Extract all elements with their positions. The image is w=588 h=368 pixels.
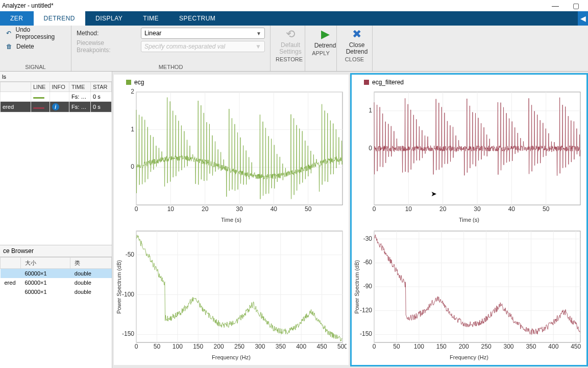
cursor-icon: ➤ xyxy=(431,190,437,198)
method-select[interactable]: Linear ▼ xyxy=(141,28,265,39)
svg-text:-100: -100 xyxy=(122,291,134,298)
svg-text:100: 100 xyxy=(173,343,183,350)
table-row[interactable]: 60000×1double xyxy=(1,269,112,279)
group-signal-label: SIGNAL xyxy=(5,63,66,70)
restore-icon: ⟲ xyxy=(286,28,295,41)
line-preview-icon xyxy=(33,107,44,109)
svg-text:0: 0 xyxy=(135,343,138,350)
svg-text:450: 450 xyxy=(317,343,327,350)
workspace-table[interactable]: 大小 类 60000×1double ered60000×1double 600… xyxy=(0,257,112,296)
svg-text:20: 20 xyxy=(202,205,209,213)
window-title: Analyzer - untitled* xyxy=(2,2,545,9)
legend-label: ecg xyxy=(134,79,144,86)
titlebar: Analyzer - untitled* — ▢ xyxy=(0,0,588,11)
close-detrend-label: Close Detrend xyxy=(342,42,372,55)
chevron-down-icon: ▼ xyxy=(255,43,261,50)
svg-text:0: 0 xyxy=(373,205,376,213)
group-apply-label: APPLY xyxy=(310,49,331,56)
tab-analyzer[interactable]: ZER xyxy=(0,11,34,26)
ribbon-toolbar: ↶ Undo Preprocessing 🗑 Delete SIGNAL Met… xyxy=(0,26,588,72)
svg-text:150: 150 xyxy=(193,343,203,350)
play-icon: ▶ xyxy=(321,28,330,41)
svg-text:30: 30 xyxy=(474,205,481,213)
svg-text:450: 450 xyxy=(571,343,581,350)
svg-text:300: 300 xyxy=(503,343,513,350)
svg-text:400: 400 xyxy=(548,343,558,350)
undo-preprocessing-button[interactable]: ↶ Undo Preprocessing xyxy=(5,28,66,39)
ecg-time-plot[interactable]: 01020304050012Time (s) xyxy=(116,89,347,224)
col-info: INFO xyxy=(50,82,69,92)
trash-icon: 🗑 xyxy=(5,43,13,50)
svg-text:50: 50 xyxy=(543,205,550,213)
svg-text:-50: -50 xyxy=(126,251,135,258)
y-axis-label: Power Spectrum (dB) xyxy=(116,228,123,346)
x-axis-label: Frequency (Hz) xyxy=(116,354,347,360)
maximize-button[interactable]: ▢ xyxy=(566,2,586,10)
group-restore-label: RESTORE xyxy=(276,55,300,62)
workspace-browser-title: ce Browser xyxy=(0,245,112,257)
undo-label: Undo Preprocessing xyxy=(16,26,66,40)
svg-text:150: 150 xyxy=(436,343,447,350)
delete-button[interactable]: 🗑 Delete xyxy=(5,41,66,52)
svg-text:250: 250 xyxy=(234,343,244,350)
delete-label: Delete xyxy=(16,43,34,50)
legend-swatch-icon xyxy=(126,80,131,85)
tab-display[interactable]: DISPLAY xyxy=(85,11,133,26)
table-row[interactable]: Fs: … 0 s xyxy=(1,92,112,102)
x-axis-label: Time (s) xyxy=(116,217,347,223)
method-label: Method: xyxy=(77,30,138,37)
ribbon-collapse-arrow-icon[interactable]: ◀ xyxy=(578,11,588,26)
ecg-spectrum-plot[interactable]: 050100150200250300350400450500-50-100-15… xyxy=(116,228,347,361)
svg-text:1: 1 xyxy=(131,126,134,133)
table-row[interactable]: 60000×1double xyxy=(1,287,112,296)
svg-text:350: 350 xyxy=(276,343,286,350)
svg-text:10: 10 xyxy=(405,205,412,213)
svg-text:0: 0 xyxy=(131,163,134,170)
legend: ecg xyxy=(116,78,347,87)
svg-text:200: 200 xyxy=(214,343,224,350)
group-method-label: METHOD xyxy=(77,63,265,70)
svg-text:300: 300 xyxy=(255,343,265,350)
signals-table[interactable]: LINE INFO TIME STAR Fs: … 0 s ered i Fs:… xyxy=(0,82,112,112)
svg-text:-90: -90 xyxy=(363,283,373,290)
breakpoints-placeholder: Specify comma-separated val xyxy=(144,43,225,50)
close-icon: ✖ xyxy=(352,28,361,41)
svg-text:1: 1 xyxy=(369,107,372,114)
breakpoints-input[interactable]: Specify comma-separated val ▼ xyxy=(141,41,265,52)
plot-panel-ecg-filtered[interactable]: ecg_filtered 0102030405001Time (s) 05010… xyxy=(352,75,586,365)
col-line: LINE xyxy=(31,82,50,92)
tab-time[interactable]: TIME xyxy=(133,11,169,26)
minimize-button[interactable]: — xyxy=(545,2,566,10)
table-row[interactable]: ered60000×1double xyxy=(1,278,112,287)
ribbon-tabstrip: ZER DETREND DISPLAY TIME SPECTRUM ◀ xyxy=(0,11,588,26)
svg-text:-120: -120 xyxy=(360,307,372,314)
svg-text:-150: -150 xyxy=(122,330,134,337)
table-row[interactable]: ered i Fs: … 0 s xyxy=(1,102,112,112)
group-close-label: CLOSE xyxy=(342,55,367,62)
info-icon[interactable]: i xyxy=(52,103,59,110)
line-preview-icon xyxy=(33,97,44,99)
svg-text:50: 50 xyxy=(154,343,161,350)
signals-panel-title: ls xyxy=(0,72,112,82)
svg-text:200: 200 xyxy=(459,343,469,350)
svg-text:-30: -30 xyxy=(363,235,373,242)
svg-text:50: 50 xyxy=(305,205,312,213)
svg-text:0: 0 xyxy=(135,205,138,213)
detrend-button[interactable]: ▶ Detrend xyxy=(310,28,340,49)
col-start: STAR xyxy=(90,82,111,92)
svg-text:100: 100 xyxy=(414,343,424,350)
legend-label: ecg_filtered xyxy=(372,79,404,86)
undo-icon: ↶ xyxy=(5,30,13,37)
method-value: Linear xyxy=(144,30,161,37)
plot-panel-ecg[interactable]: ecg 01020304050012Time (s) 0501001502002… xyxy=(114,75,349,365)
close-detrend-button[interactable]: ✖ Close Detrend xyxy=(342,28,372,55)
ecgf-spectrum-plot[interactable]: 050100150200250300350400450-30-60-90-120… xyxy=(354,228,584,361)
svg-text:0: 0 xyxy=(373,343,376,350)
svg-text:30: 30 xyxy=(236,205,243,213)
default-settings-button[interactable]: ⟲ Default Settings xyxy=(276,28,305,55)
ecgf-time-plot[interactable]: 0102030405001Time (s) xyxy=(354,89,584,224)
svg-text:2: 2 xyxy=(131,89,134,95)
tab-detrend[interactable]: DETREND xyxy=(34,11,86,26)
col-class: 类 xyxy=(70,258,112,269)
tab-spectrum[interactable]: SPECTRUM xyxy=(169,11,226,26)
